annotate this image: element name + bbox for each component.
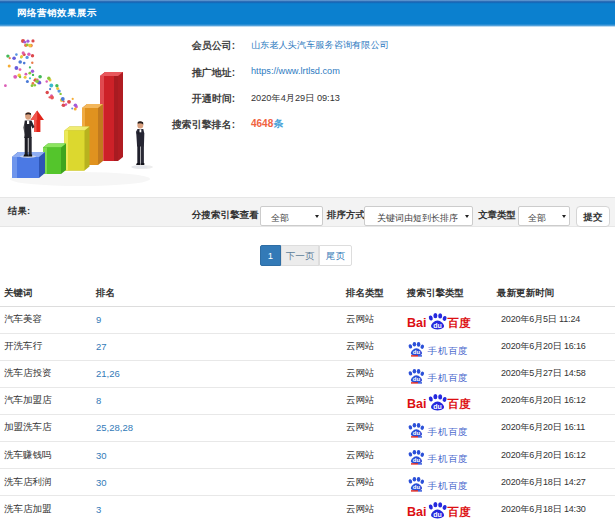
svg-text:du: du	[413, 430, 421, 436]
svg-text:du: du	[433, 321, 442, 328]
svg-text:du: du	[413, 376, 421, 382]
svg-text:du: du	[413, 349, 421, 355]
svg-text:手机百度: 手机百度	[428, 480, 469, 491]
svg-text:手机百度: 手机百度	[428, 425, 469, 436]
svg-text:du: du	[433, 511, 442, 518]
svg-text:du: du	[413, 457, 421, 463]
svg-text:手机百度: 手机百度	[428, 371, 469, 382]
svg-text:du: du	[433, 402, 442, 409]
svg-text:Bai: Bai	[407, 315, 426, 329]
svg-text:Bai: Bai	[407, 505, 426, 519]
svg-text:百度: 百度	[447, 505, 472, 518]
svg-text:百度: 百度	[447, 397, 472, 410]
svg-text:百度: 百度	[447, 316, 472, 329]
svg-text:手机百度: 手机百度	[428, 344, 469, 355]
svg-text:du: du	[413, 484, 421, 490]
svg-text:手机百度: 手机百度	[428, 453, 469, 464]
svg-text:Bai: Bai	[407, 396, 426, 410]
